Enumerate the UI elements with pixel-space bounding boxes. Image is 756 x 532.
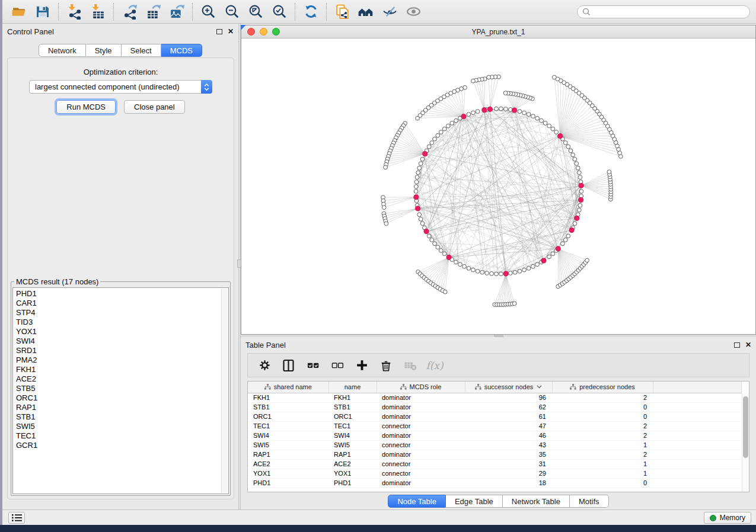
cell-predecessor_nodes[interactable]: 2 <box>552 421 653 431</box>
cell-predecessor_nodes[interactable]: 1 <box>552 440 653 450</box>
table-scrollbar-track[interactable] <box>742 393 749 492</box>
table-row[interactable]: YOX1YOX1connector291 <box>248 469 742 478</box>
open-file-button[interactable] <box>7 2 31 22</box>
cell-shared_name[interactable]: PHD1 <box>248 478 328 488</box>
cell-shared_name[interactable]: SWI5 <box>248 440 328 450</box>
cell-successor_nodes[interactable]: 18 <box>465 478 552 488</box>
tab-network[interactable]: Network <box>39 44 86 57</box>
cell-successor_nodes[interactable]: 43 <box>465 440 552 450</box>
table-row[interactable]: ACE2ACE2connector311 <box>248 459 742 469</box>
table-row[interactable]: SWI5SWI5connector431 <box>248 440 742 450</box>
cell-name[interactable]: FKH1 <box>328 393 377 402</box>
cell-predecessor_nodes[interactable]: 0 <box>552 412 653 421</box>
add-column-button[interactable] <box>351 355 372 376</box>
save-session-button[interactable] <box>31 2 55 22</box>
cell-predecessor_nodes[interactable]: 0 <box>552 402 653 412</box>
task-history-button[interactable] <box>8 512 25 524</box>
close-panel-icon[interactable]: ✕ <box>228 28 234 34</box>
import-network-button[interactable] <box>62 2 86 22</box>
refresh-layout-button[interactable] <box>299 2 323 22</box>
cell-shared_name[interactable]: RAP1 <box>248 450 328 459</box>
cell-mcds_role[interactable]: dominator <box>377 450 465 459</box>
cell-name[interactable]: ACE2 <box>328 459 377 469</box>
column-header-mcds_role[interactable]: MCDS role <box>377 382 465 393</box>
cell-mcds_role[interactable]: dominator <box>377 393 465 402</box>
column-header-predecessor_nodes[interactable]: predecessor nodes <box>552 382 653 393</box>
cell-successor_nodes[interactable]: 61 <box>465 412 552 421</box>
float-panel-icon[interactable] <box>216 29 222 34</box>
mcds-result-item[interactable]: PMA2 <box>16 355 228 365</box>
tab-select[interactable]: Select <box>122 44 161 57</box>
mcds-result-item[interactable]: CAR1 <box>16 299 228 308</box>
cell-shared_name[interactable]: FKH1 <box>248 393 328 402</box>
network-titlebar[interactable]: YPA_prune.txt_1 <box>241 25 755 39</box>
tab-mcds[interactable]: MCDS <box>161 44 202 57</box>
cell-mcds_role[interactable]: dominator <box>377 431 465 440</box>
mcds-result-item[interactable]: PHD1 <box>16 289 228 299</box>
cell-mcds_role[interactable]: connector <box>377 469 465 478</box>
cell-name[interactable]: SWI5 <box>328 440 377 450</box>
mcds-result-item[interactable]: ACE2 <box>16 374 228 384</box>
minimize-window-button[interactable] <box>260 28 267 36</box>
table-row[interactable]: TEC1TEC1connector472 <box>248 421 742 431</box>
float-panel-icon[interactable] <box>734 342 740 348</box>
cell-successor_nodes[interactable]: 96 <box>465 393 552 402</box>
export-network-button[interactable] <box>117 2 141 22</box>
cell-mcds_role[interactable]: connector <box>377 421 465 431</box>
tab-edge-table[interactable]: Edge Table <box>446 495 503 508</box>
maximize-window-button[interactable] <box>272 28 280 36</box>
mcds-result-item[interactable]: YOX1 <box>16 327 228 336</box>
cell-name[interactable]: ORC1 <box>328 412 377 421</box>
network-graph[interactable] <box>241 39 755 334</box>
cell-predecessor_nodes[interactable]: 2 <box>552 450 653 459</box>
show-columns-button[interactable] <box>278 355 299 376</box>
first-neighbors-button[interactable] <box>354 2 378 22</box>
mcds-result-item[interactable]: SRD1 <box>16 346 228 355</box>
mcds-result-item[interactable]: TEC1 <box>16 431 228 441</box>
memory-button[interactable]: Memory <box>704 512 751 524</box>
delete-columns-button[interactable] <box>375 355 397 376</box>
cell-predecessor_nodes[interactable]: 2 <box>552 431 653 440</box>
zoom-selected-button[interactable] <box>267 2 291 22</box>
cell-predecessor_nodes[interactable]: 2 <box>552 393 653 402</box>
export-image-button[interactable] <box>165 2 189 22</box>
mcds-result-item[interactable]: STP4 <box>16 308 228 318</box>
mcds-result-item[interactable]: SWI5 <box>16 422 228 431</box>
table-row[interactable]: PHD1PHD1dominator180 <box>248 478 742 488</box>
list-scrollbar-track[interactable] <box>221 289 228 493</box>
cell-name[interactable]: PHD1 <box>328 478 377 488</box>
cell-shared_name[interactable]: STB1 <box>248 402 328 412</box>
table-scrollbar-thumb[interactable] <box>743 396 748 458</box>
zoom-fit-button[interactable] <box>244 2 267 22</box>
cell-name[interactable]: STB1 <box>328 402 377 412</box>
mcds-result-item[interactable]: FKH1 <box>16 365 228 374</box>
mcds-result-item[interactable]: TID3 <box>16 318 228 327</box>
cell-name[interactable]: RAP1 <box>328 450 377 459</box>
close-window-button[interactable] <box>247 28 255 36</box>
deselect-all-button[interactable] <box>327 355 348 376</box>
search-box[interactable] <box>577 5 750 18</box>
show-all-button[interactable] <box>401 2 425 22</box>
cell-mcds_role[interactable]: dominator <box>377 478 465 488</box>
cell-shared_name[interactable]: SWI4 <box>248 431 328 440</box>
cell-successor_nodes[interactable]: 62 <box>465 402 552 412</box>
zoom-out-button[interactable] <box>220 2 244 22</box>
cell-mcds_role[interactable]: connector <box>377 440 465 450</box>
cell-mcds_role[interactable]: dominator <box>377 402 465 412</box>
import-table-button[interactable] <box>86 2 110 22</box>
select-all-button[interactable] <box>302 355 324 376</box>
cell-successor_nodes[interactable]: 47 <box>465 421 552 431</box>
hide-selected-button[interactable] <box>378 2 401 22</box>
close-mcds-panel-button[interactable]: Close panel <box>124 100 185 114</box>
mcds-result-item[interactable]: ORC1 <box>16 393 228 403</box>
table-row[interactable]: ORC1ORC1dominator610 <box>248 412 742 421</box>
cell-predecessor_nodes[interactable]: 1 <box>552 469 653 478</box>
table-row[interactable]: FKH1FKH1dominator962 <box>248 393 742 402</box>
export-table-button[interactable] <box>141 2 165 22</box>
mcds-result-item[interactable]: RAP1 <box>16 403 228 412</box>
column-header-successor_nodes[interactable]: successor nodes <box>465 382 552 393</box>
search-input[interactable] <box>591 7 749 17</box>
cell-successor_nodes[interactable]: 31 <box>465 459 552 469</box>
table-row[interactable]: STB1STB1dominator620 <box>248 402 742 412</box>
cell-mcds_role[interactable]: connector <box>377 459 465 469</box>
